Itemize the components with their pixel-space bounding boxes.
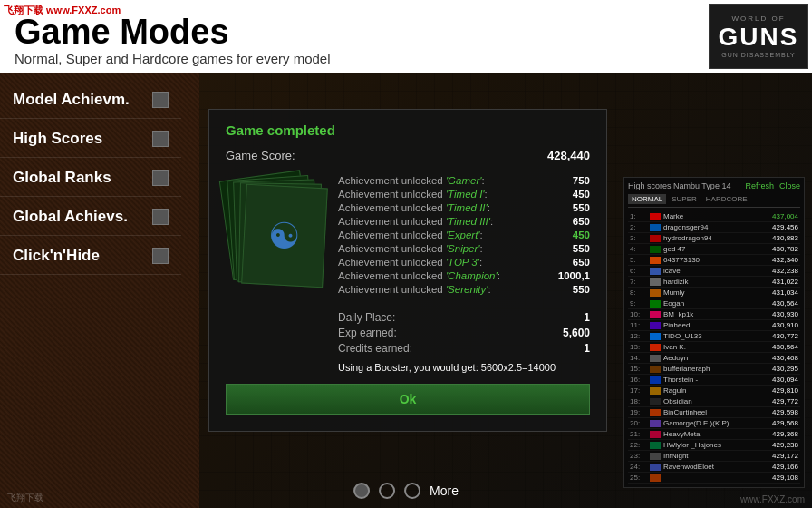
score-row: 23: InfNight 429,172 bbox=[628, 451, 800, 462]
close-button[interactable]: Close bbox=[779, 181, 800, 190]
game-completed-dialog: Game completed Game Score: 428,440 ☯ ☯ ☯… bbox=[208, 109, 607, 432]
refresh-button[interactable]: Refresh bbox=[745, 181, 774, 190]
nav-more-button[interactable]: More bbox=[430, 484, 459, 498]
flag-icon bbox=[650, 268, 661, 275]
scores-tabs: NORMAL SUPER HARDCORE bbox=[628, 194, 800, 208]
stat-value: 5,600 bbox=[563, 327, 590, 339]
flag-icon bbox=[650, 257, 661, 264]
booster-text: Using a Booster, you would get: 5600x2.5… bbox=[338, 362, 590, 373]
score-row: 19: BinCurtinheel 429,598 bbox=[628, 407, 800, 418]
sidebar-item-global-achievs[interactable]: Global Achievs. bbox=[0, 199, 181, 236]
flag-icon bbox=[650, 344, 661, 351]
flag-icon bbox=[650, 235, 661, 242]
ach-value: 550 bbox=[545, 284, 590, 295]
flag-icon bbox=[650, 213, 661, 220]
cards-stack: ☯ ☯ ☯ ☯ ☯ bbox=[226, 175, 325, 293]
scores-header: High scores Nambu Type 14 Refresh Close bbox=[628, 181, 800, 190]
score-row: 11: Pinheed 430,910 bbox=[628, 320, 800, 331]
sidebar-item-clicknhide[interactable]: Click'n'Hide bbox=[0, 238, 181, 275]
sidebar: Model Achievm. High Scores Global Ranks … bbox=[0, 82, 181, 277]
ach-value: 450 bbox=[545, 189, 590, 200]
nav-dot-2[interactable] bbox=[379, 483, 395, 499]
ach-label: Achievement unlocked 'Serenity': bbox=[338, 284, 491, 295]
achievement-row: Achievement unlocked 'Gamer': 750 bbox=[338, 175, 590, 186]
flag-icon bbox=[650, 474, 661, 482]
stat-row: Daily Place: 1 bbox=[338, 311, 590, 324]
flag-icon bbox=[650, 333, 661, 340]
stat-label: Daily Place: bbox=[338, 311, 395, 324]
ach-value: 750 bbox=[545, 175, 590, 186]
score-row: 12: TIDO_U133 430,772 bbox=[628, 331, 800, 342]
score-row: 24: RavenwodEloet 429,166 bbox=[628, 462, 800, 473]
score-row: 20: Gamorge(D.E.)(K.P) 429,568 bbox=[628, 418, 800, 429]
site-label: 飞翔下载 www.FXXZ.com bbox=[4, 4, 121, 17]
flag-icon bbox=[650, 355, 661, 362]
flag-icon bbox=[650, 398, 661, 405]
stat-row: Credits earned: 1 bbox=[338, 342, 590, 355]
ach-value: 550 bbox=[545, 243, 590, 254]
stat-value: 1 bbox=[584, 311, 590, 324]
ach-value: 450 bbox=[545, 230, 590, 240]
sidebar-item-global-ranks[interactable]: Global Ranks bbox=[0, 160, 181, 197]
achievement-row: Achievement unlocked 'Champion': 1000,1 bbox=[338, 270, 590, 281]
flag-icon bbox=[650, 224, 661, 231]
flag-icon bbox=[650, 420, 661, 427]
logo-guns: GUNS bbox=[719, 23, 799, 52]
flag-icon bbox=[650, 453, 661, 460]
flag-icon bbox=[650, 300, 661, 308]
achievements-list: Achievement unlocked 'Gamer': 750 Achiev… bbox=[338, 175, 590, 373]
score-row: 17: Raguln 429,810 bbox=[628, 386, 800, 396]
score-row: 8: Mumly 431,034 bbox=[628, 288, 800, 298]
flag-icon bbox=[650, 464, 661, 471]
tab-normal[interactable]: NORMAL bbox=[628, 194, 666, 204]
flag-icon bbox=[650, 387, 661, 395]
sidebar-item-label: Global Achievs. bbox=[13, 208, 128, 226]
nav-dot-3[interactable] bbox=[404, 483, 420, 499]
stat-label: Exp earned: bbox=[338, 327, 397, 339]
ach-value: 650 bbox=[545, 216, 590, 227]
stat-value: 1 bbox=[584, 342, 590, 355]
sidebar-item-model-achievm[interactable]: Model Achievm. bbox=[0, 82, 181, 119]
score-row: 21: HeavyMetal 429,368 bbox=[628, 429, 800, 440]
achievement-row: Achievement unlocked 'Serenity': 550 bbox=[338, 284, 590, 295]
watermark-right: www.FXXZ.com bbox=[740, 494, 805, 504]
achievement-row: Achievement unlocked 'Expert': 450 bbox=[338, 230, 590, 240]
stats-section: Daily Place: 1 Exp earned: 5,600 Credits… bbox=[338, 304, 590, 373]
ach-label: Achievement unlocked 'TOP 3': bbox=[338, 257, 482, 268]
ach-value: 550 bbox=[545, 202, 590, 213]
tab-hardcore[interactable]: HARDCORE bbox=[702, 194, 751, 204]
ach-label: Achievement unlocked 'Sniper': bbox=[338, 243, 483, 254]
sidebar-item-high-scores[interactable]: High Scores bbox=[0, 121, 181, 158]
ach-value: 1000,1 bbox=[545, 270, 590, 281]
page-subtitle: Normal, Super and Hardcore games for eve… bbox=[14, 51, 801, 66]
sidebar-item-icon bbox=[152, 248, 169, 264]
nav-dot-1[interactable] bbox=[353, 483, 370, 499]
sidebar-item-icon bbox=[152, 131, 169, 147]
watermark-left: 飞翔下载 bbox=[7, 492, 44, 504]
tab-super[interactable]: SUPER bbox=[668, 194, 701, 204]
flag-icon bbox=[650, 322, 661, 329]
logo-sub: GUN DISASSEMBLY bbox=[721, 52, 795, 58]
score-row: 2: dragonsger94 429,456 bbox=[628, 222, 800, 233]
dialog-title: Game completed bbox=[226, 122, 590, 138]
score-row: 6: lcave 432,238 bbox=[628, 266, 800, 277]
score-row: 25: 429,108 bbox=[628, 473, 800, 484]
score-row: 7: hardizik 431,022 bbox=[628, 277, 800, 288]
achievement-row: Achievement unlocked 'Timed II': 550 bbox=[338, 202, 590, 213]
ach-label: Achievement unlocked 'Timed III': bbox=[338, 216, 493, 227]
ach-label: Achievement unlocked 'Expert': bbox=[338, 230, 483, 240]
score-row: 18: Obsidian 429,772 bbox=[628, 396, 800, 407]
score-row: 22: HWlylor _Hajones 429,238 bbox=[628, 440, 800, 451]
page-title: Game Modes bbox=[14, 15, 801, 49]
flag-icon bbox=[650, 376, 661, 384]
sidebar-item-label: Click'n'Hide bbox=[13, 247, 100, 265]
score-row: Game Score: 428,440 bbox=[226, 149, 590, 162]
ach-label: Achievement unlocked 'Timed I': bbox=[338, 189, 488, 200]
flag-icon bbox=[650, 278, 661, 286]
scores-panel: High scores Nambu Type 14 Refresh Close … bbox=[624, 177, 805, 488]
ok-button[interactable]: Ok bbox=[226, 384, 590, 415]
ach-label: Achievement unlocked 'Gamer': bbox=[338, 175, 485, 186]
score-label: Game Score: bbox=[226, 149, 295, 162]
stat-row: Exp earned: 5,600 bbox=[338, 327, 590, 339]
score-row: 16: Thorstein - 430,094 bbox=[628, 375, 800, 386]
